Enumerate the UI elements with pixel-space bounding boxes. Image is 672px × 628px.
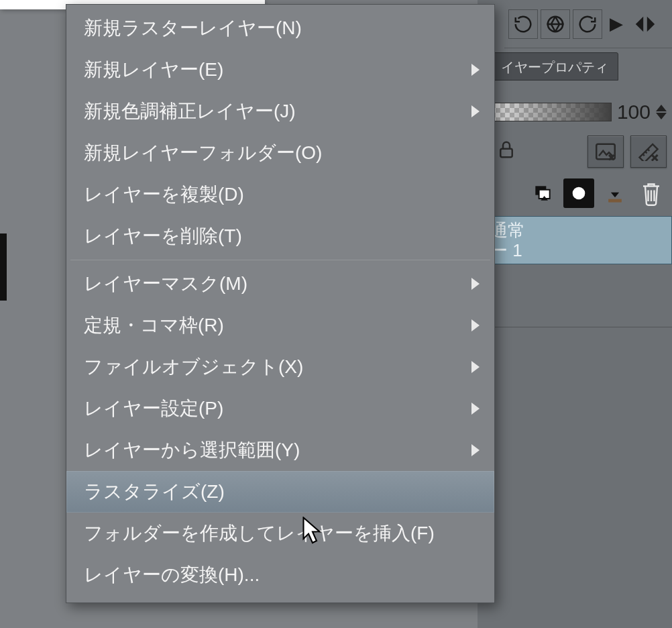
menu-label: レイヤーマスク(M) (84, 271, 247, 297)
menu-label: レイヤーを削除(T) (84, 223, 242, 249)
menu-label: レイヤー設定(P) (84, 396, 223, 421)
menu-new-layer[interactable]: 新規レイヤー(E) (66, 49, 494, 91)
menu-file-object[interactable]: ファイルオブジェクト(X) (66, 346, 494, 388)
menu-label: 定規・コマ枠(R) (84, 313, 224, 338)
layer-name-label: ー 1 (490, 241, 665, 261)
mask-icon[interactable] (563, 178, 594, 208)
layer-list-item[interactable]: 通常 ー 1 (483, 216, 672, 264)
menu-label: 新規レイヤーフォルダー(O) (84, 140, 322, 166)
opacity-spinner[interactable] (656, 105, 667, 119)
opacity-slider[interactable] (486, 103, 612, 121)
menu-label: レイヤーから選択範囲(Y) (84, 437, 300, 463)
opacity-value: 100 (617, 101, 651, 123)
play-icon[interactable]: ▶ (605, 9, 628, 39)
menu-layer-settings[interactable]: レイヤー設定(P) (66, 388, 494, 429)
menu-label: レイヤーの変換(H)... (84, 562, 260, 588)
menu-new-raster-layer[interactable]: 新規ラスターレイヤー(N) (66, 7, 494, 49)
flip-icon[interactable] (630, 9, 660, 39)
top-tool-row: ▶ (504, 0, 672, 48)
menu-new-layer-folder[interactable]: 新規レイヤーフォルダー(O) (66, 132, 494, 174)
svg-rect-4 (608, 199, 622, 203)
menu-layer-mask[interactable]: レイヤーマスク(M) (66, 263, 494, 305)
rotate-icon[interactable] (508, 9, 538, 39)
menu-separator (70, 260, 490, 260)
menu-label: ラスタライズ(Z) (84, 479, 225, 505)
refresh-icon[interactable] (573, 9, 602, 39)
menu-convert-layer[interactable]: レイヤーの変換(H)... (66, 554, 494, 596)
layer-blend-mode: 通常 (490, 221, 665, 241)
merge-down-icon[interactable] (527, 178, 558, 208)
clip-down-icon[interactable] (600, 178, 630, 208)
layer-buttons-2 (486, 174, 667, 212)
layer-buttons-1 (486, 133, 667, 170)
menu-rasterize[interactable]: ラスタライズ(Z) (66, 471, 494, 513)
image-x-button[interactable] (587, 136, 624, 168)
menu-label: レイヤーを複製(D) (84, 182, 244, 207)
menu-label: 新規レイヤー(E) (84, 57, 223, 83)
side-handle (0, 233, 7, 301)
menu-label: 新規ラスターレイヤー(N) (84, 15, 302, 41)
svg-point-3 (573, 187, 585, 200)
menu-delete-layer[interactable]: レイヤーを削除(T) (66, 215, 494, 257)
menu-label: ファイルオブジェクト(X) (84, 354, 303, 380)
layer-context-menu: 新規ラスターレイヤー(N) 新規レイヤー(E) 新規色調補正レイヤー(J) 新規… (66, 4, 495, 603)
menu-duplicate-layer[interactable]: レイヤーを複製(D) (66, 174, 494, 215)
right-panel: ▶ イヤープロパティ 100 (478, 0, 672, 628)
menu-label: 新規色調補正レイヤー(J) (84, 99, 296, 124)
tab-layer-property[interactable]: イヤープロパティ (491, 52, 618, 81)
trash-icon[interactable] (636, 178, 667, 208)
panel-tabs: イヤープロパティ (491, 52, 665, 81)
menu-create-folder-insert[interactable]: フォルダーを作成してレイヤーを挿入(F) (66, 513, 494, 554)
ruler-x-button[interactable] (630, 136, 667, 168)
menu-new-correction-layer[interactable]: 新規色調補正レイヤー(J) (66, 91, 494, 132)
menu-ruler-frame[interactable]: 定規・コマ枠(R) (66, 305, 494, 346)
aperture-icon[interactable] (541, 9, 570, 39)
menu-label: フォルダーを作成してレイヤーを挿入(F) (84, 521, 435, 546)
opacity-row: 100 (486, 95, 667, 129)
menu-selection-from-layer[interactable]: レイヤーから選択範囲(Y) (66, 429, 494, 471)
layer-list-empty (483, 264, 672, 327)
